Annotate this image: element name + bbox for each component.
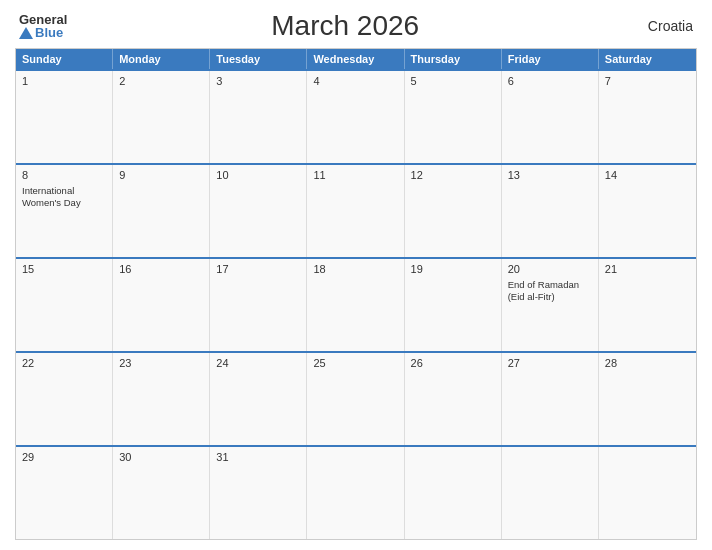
day-number: 3 [216, 75, 300, 87]
calendar-cell: 29 [16, 447, 113, 539]
day-number: 29 [22, 451, 106, 463]
day-number: 2 [119, 75, 203, 87]
day-number: 13 [508, 169, 592, 181]
calendar-cell: 4 [307, 71, 404, 163]
weekday-header-row: SundayMondayTuesdayWednesdayThursdayFrid… [16, 49, 696, 69]
calendar-cell: 9 [113, 165, 210, 257]
calendar-week-row: 151617181920End of Ramadan (Eid al-Fitr)… [16, 257, 696, 351]
weekday-header-cell: Sunday [16, 49, 113, 69]
day-number: 6 [508, 75, 592, 87]
logo: General Blue [19, 13, 67, 39]
calendar-cell: 17 [210, 259, 307, 351]
calendar-cell: 25 [307, 353, 404, 445]
weekday-header-cell: Wednesday [307, 49, 404, 69]
day-number: 21 [605, 263, 690, 275]
day-number: 5 [411, 75, 495, 87]
calendar-cell [307, 447, 404, 539]
day-number: 9 [119, 169, 203, 181]
calendar-grid: SundayMondayTuesdayWednesdayThursdayFrid… [15, 48, 697, 540]
weekday-header-cell: Tuesday [210, 49, 307, 69]
day-number: 18 [313, 263, 397, 275]
logo-triangle-icon [19, 27, 33, 39]
calendar-week-row: 22232425262728 [16, 351, 696, 445]
calendar-body: 12345678International Women's Day9101112… [16, 69, 696, 539]
day-number: 10 [216, 169, 300, 181]
country-label: Croatia [623, 18, 693, 34]
day-number: 30 [119, 451, 203, 463]
calendar-week-row: 8International Women's Day91011121314 [16, 163, 696, 257]
calendar-cell: 8International Women's Day [16, 165, 113, 257]
day-number: 11 [313, 169, 397, 181]
calendar-cell: 3 [210, 71, 307, 163]
day-number: 15 [22, 263, 106, 275]
day-number: 7 [605, 75, 690, 87]
calendar-cell: 16 [113, 259, 210, 351]
calendar-cell: 12 [405, 165, 502, 257]
day-number: 17 [216, 263, 300, 275]
calendar-cell: 2 [113, 71, 210, 163]
calendar-cell: 21 [599, 259, 696, 351]
weekday-header-cell: Saturday [599, 49, 696, 69]
day-number: 28 [605, 357, 690, 369]
calendar-cell [599, 447, 696, 539]
calendar-cell: 11 [307, 165, 404, 257]
day-number: 14 [605, 169, 690, 181]
calendar-cell [405, 447, 502, 539]
calendar-cell: 20End of Ramadan (Eid al-Fitr) [502, 259, 599, 351]
weekday-header-cell: Friday [502, 49, 599, 69]
calendar-cell: 1 [16, 71, 113, 163]
day-number: 12 [411, 169, 495, 181]
day-number: 4 [313, 75, 397, 87]
weekday-header-cell: Monday [113, 49, 210, 69]
calendar-page: General Blue March 2026 Croatia SundayMo… [0, 0, 712, 550]
day-number: 1 [22, 75, 106, 87]
calendar-cell [502, 447, 599, 539]
calendar-cell: 22 [16, 353, 113, 445]
day-number: 25 [313, 357, 397, 369]
calendar-event: End of Ramadan (Eid al-Fitr) [508, 279, 592, 304]
day-number: 26 [411, 357, 495, 369]
day-number: 8 [22, 169, 106, 181]
day-number: 24 [216, 357, 300, 369]
calendar-cell: 5 [405, 71, 502, 163]
day-number: 23 [119, 357, 203, 369]
header: General Blue March 2026 Croatia [15, 10, 697, 42]
calendar-title: March 2026 [67, 10, 623, 42]
weekday-header-cell: Thursday [405, 49, 502, 69]
calendar-cell: 31 [210, 447, 307, 539]
calendar-cell: 26 [405, 353, 502, 445]
day-number: 19 [411, 263, 495, 275]
calendar-cell: 15 [16, 259, 113, 351]
calendar-cell: 19 [405, 259, 502, 351]
calendar-week-row: 1234567 [16, 69, 696, 163]
calendar-cell: 7 [599, 71, 696, 163]
calendar-cell: 23 [113, 353, 210, 445]
calendar-week-row: 293031 [16, 445, 696, 539]
calendar-cell: 13 [502, 165, 599, 257]
day-number: 20 [508, 263, 592, 275]
calendar-event: International Women's Day [22, 185, 106, 210]
calendar-cell: 24 [210, 353, 307, 445]
calendar-cell: 27 [502, 353, 599, 445]
day-number: 27 [508, 357, 592, 369]
day-number: 22 [22, 357, 106, 369]
day-number: 31 [216, 451, 300, 463]
calendar-cell: 6 [502, 71, 599, 163]
calendar-cell: 14 [599, 165, 696, 257]
calendar-cell: 30 [113, 447, 210, 539]
logo-blue-text: Blue [19, 26, 63, 39]
calendar-cell: 10 [210, 165, 307, 257]
day-number: 16 [119, 263, 203, 275]
calendar-cell: 28 [599, 353, 696, 445]
calendar-cell: 18 [307, 259, 404, 351]
